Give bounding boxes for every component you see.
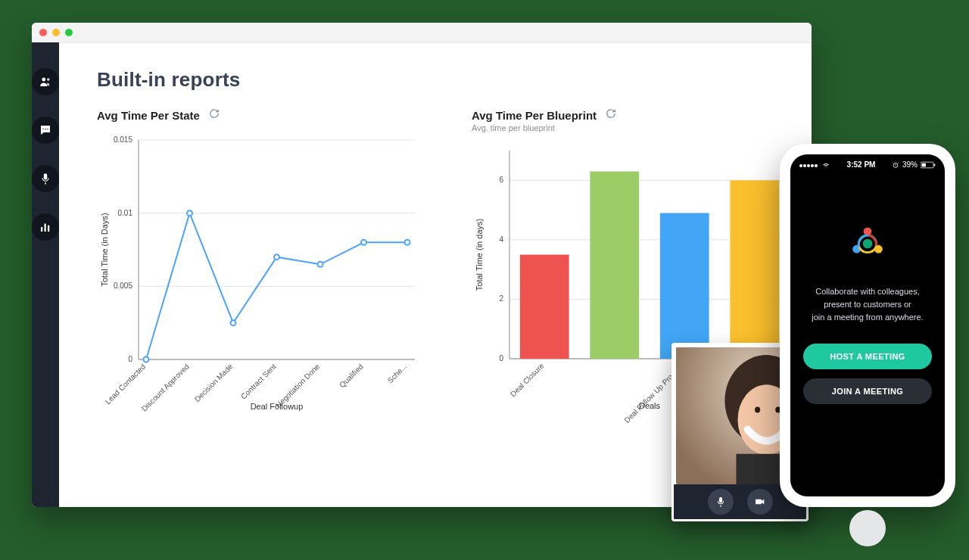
window-minimize[interactable] xyxy=(52,29,60,36)
line-chart: 00.0050.010.015Lead ContactedDiscount Ap… xyxy=(97,132,422,412)
battery-icon xyxy=(921,161,936,169)
svg-point-0 xyxy=(42,78,45,82)
svg-point-23 xyxy=(318,262,323,267)
chart-title: Avg Time Per Blueprint xyxy=(472,109,597,122)
welcome-text: Collaborate with colleagues, present to … xyxy=(798,285,936,324)
svg-point-21 xyxy=(231,320,236,325)
svg-rect-8 xyxy=(48,226,49,232)
svg-text:0.01: 0.01 xyxy=(118,209,133,217)
signal-icon xyxy=(799,160,818,169)
status-time: 3:52 PM xyxy=(847,160,876,169)
svg-rect-65 xyxy=(922,163,926,166)
phone-screen: 3:52 PM 39% xyxy=(790,154,945,496)
svg-point-20 xyxy=(187,210,192,216)
svg-rect-48 xyxy=(730,180,779,359)
svg-text:0: 0 xyxy=(128,355,132,363)
battery-label: 39% xyxy=(902,160,918,169)
join-meeting-button[interactable]: JOIN A MEETING xyxy=(803,378,932,404)
app-logo xyxy=(847,223,888,267)
chart-subtitle: Avg. time per blueprint xyxy=(472,123,812,132)
svg-point-69 xyxy=(864,227,872,235)
svg-text:0: 0 xyxy=(499,354,503,362)
svg-text:Deal Followup: Deal Followup xyxy=(251,402,304,411)
svg-point-58 xyxy=(755,406,760,412)
mic-toggle[interactable] xyxy=(708,489,734,515)
alarm-icon xyxy=(892,161,899,169)
svg-text:6: 6 xyxy=(499,176,503,184)
chat-icon[interactable] xyxy=(32,117,59,144)
svg-rect-6 xyxy=(41,227,42,232)
svg-point-68 xyxy=(863,239,873,249)
wifi-icon xyxy=(821,161,830,169)
svg-point-2 xyxy=(42,129,44,130)
blurb-line: present to customers or xyxy=(812,298,923,311)
svg-rect-62 xyxy=(756,499,762,505)
home-button[interactable] xyxy=(849,510,886,546)
svg-text:Lead Contacted: Lead Contacted xyxy=(104,362,148,406)
svg-rect-46 xyxy=(590,172,639,359)
people-icon[interactable] xyxy=(32,68,59,95)
svg-point-4 xyxy=(47,129,48,130)
phone-device: 3:52 PM 39% xyxy=(780,144,955,507)
svg-text:2: 2 xyxy=(499,294,503,303)
window-maximize[interactable] xyxy=(65,29,73,36)
mic-icon[interactable] xyxy=(32,165,59,192)
svg-point-25 xyxy=(405,240,410,245)
svg-rect-45 xyxy=(520,255,569,359)
svg-rect-61 xyxy=(719,497,722,502)
blurb-line: Collaborate with colleagues, xyxy=(812,285,923,298)
svg-point-3 xyxy=(45,129,46,130)
svg-text:Discount Approved: Discount Approved xyxy=(140,362,191,413)
analytics-icon[interactable] xyxy=(32,213,59,241)
svg-text:Contract Sent: Contract Sent xyxy=(239,362,278,400)
svg-point-19 xyxy=(144,357,149,362)
svg-text:Total Time (in days): Total Time (in days) xyxy=(475,219,484,291)
svg-text:Deals: Deals xyxy=(639,401,661,410)
chart-title: Avg Time Per State xyxy=(97,109,200,122)
svg-point-22 xyxy=(274,254,279,260)
svg-text:Sche...: Sche... xyxy=(386,362,409,385)
window-close[interactable] xyxy=(39,29,47,36)
svg-text:Decision Made: Decision Made xyxy=(193,362,235,403)
side-rail xyxy=(32,42,59,507)
status-bar: 3:52 PM 39% xyxy=(790,154,945,170)
svg-point-1 xyxy=(47,78,50,81)
svg-text:Total Time (in Days): Total Time (in Days) xyxy=(100,213,109,286)
svg-rect-5 xyxy=(44,173,48,179)
svg-rect-66 xyxy=(934,163,936,166)
svg-text:0.015: 0.015 xyxy=(114,135,132,144)
svg-text:0.005: 0.005 xyxy=(114,282,132,290)
svg-text:Qualified: Qualified xyxy=(338,362,365,390)
host-meeting-button[interactable]: HOST A MEETING xyxy=(803,344,932,369)
svg-text:4: 4 xyxy=(499,235,503,244)
title-bar xyxy=(32,23,812,43)
svg-rect-7 xyxy=(45,224,46,232)
blurb-line: join a meeting from anywhere. xyxy=(812,311,923,324)
refresh-icon[interactable] xyxy=(606,108,616,122)
svg-text:Deal Closure: Deal Closure xyxy=(509,361,546,398)
svg-point-24 xyxy=(361,240,366,245)
chart-avg-time-per-state: Avg Time Per State 00.0050.010.015Lead C… xyxy=(97,108,453,423)
page-title: Built-in reports xyxy=(97,68,812,92)
refresh-icon[interactable] xyxy=(209,108,220,122)
camera-toggle[interactable] xyxy=(747,489,773,515)
svg-rect-47 xyxy=(660,213,709,359)
